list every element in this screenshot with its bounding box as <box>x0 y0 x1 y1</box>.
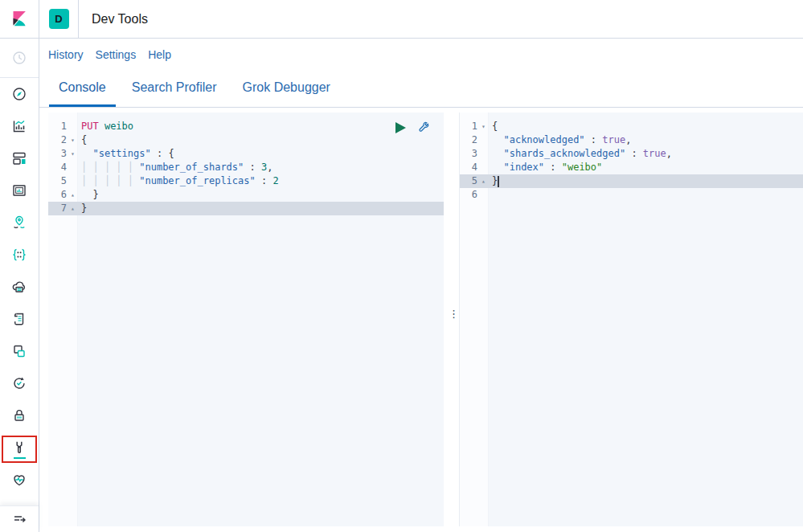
code-text: PUT weibo <box>78 120 133 133</box>
line-number: 4 <box>48 161 68 174</box>
lock-icon <box>11 407 27 424</box>
heartbeat-icon <box>11 472 27 488</box>
code-line-6[interactable]: 6 <box>460 188 803 202</box>
kibana-logo-icon <box>11 9 27 30</box>
sidebar-item-recently-viewed[interactable] <box>11 42 27 74</box>
sidebar-item-maps[interactable] <box>0 207 39 239</box>
sidebar-item-machine-learning[interactable] <box>0 239 39 271</box>
line-number: 1 <box>460 120 478 133</box>
code-text: { <box>78 133 87 147</box>
page-title: Dev Tools <box>79 0 148 38</box>
drag-dots-icon: ⋮ <box>449 311 459 317</box>
sidebar-item-visualize[interactable] <box>0 110 39 142</box>
code-text: "acknowledged" : true, <box>489 133 631 147</box>
line-number: 5 <box>460 174 478 188</box>
code-line-7[interactable]: 7▴} <box>48 202 444 215</box>
code-line-3[interactable]: 3 "shards_acknowledged" : true, <box>460 147 803 161</box>
editor-resize-handle[interactable]: ⋮ <box>444 113 460 526</box>
sidebar-item-metrics[interactable] <box>0 271 39 303</box>
clock-icon <box>11 50 27 66</box>
code-text <box>489 188 492 202</box>
app-navigation-sidebar <box>0 39 39 532</box>
dev-tools-main: History Settings Help Console Search Pro… <box>39 39 803 532</box>
line-number: 6 <box>460 188 478 202</box>
fold-toggle-icon[interactable]: ▴ <box>68 188 78 202</box>
dashboard-icon <box>11 150 27 166</box>
sidebar-item-apm[interactable] <box>0 335 39 367</box>
code-line-2[interactable]: 2 "acknowledged" : true, <box>460 133 803 147</box>
fold-spacer <box>68 120 78 133</box>
line-number: 7 <box>48 202 68 215</box>
fold-spacer <box>68 174 78 188</box>
history-menu-link[interactable]: History <box>48 48 84 61</box>
line-number: 6 <box>48 188 68 202</box>
collapse-navigation-button[interactable] <box>0 505 39 532</box>
request-code-lines[interactable]: 1PUT weibo2▾{3▾ "settings" : {4│ │ │ │ │… <box>48 113 444 215</box>
sidebar-item-stack-monitoring[interactable] <box>0 464 39 496</box>
console-editors: 1PUT weibo2▾{3▾ "settings" : {4│ │ │ │ │… <box>48 113 803 526</box>
line-number: 1 <box>48 120 68 133</box>
code-line-4[interactable]: 4 "index" : "weibo" <box>460 161 803 174</box>
request-editor[interactable]: 1PUT weibo2▾{3▾ "settings" : {4│ │ │ │ │… <box>48 113 444 526</box>
line-number: 4 <box>460 161 478 174</box>
fold-spacer <box>478 147 489 161</box>
dev-tools-tabs: Console Search Profiler Grok Debugger <box>39 71 803 108</box>
fold-toggle-icon[interactable]: ▴ <box>478 174 489 188</box>
code-text: "settings" : { <box>78 147 174 161</box>
bar-chart-icon <box>11 118 27 134</box>
code-line-1[interactable]: 1PUT weibo <box>48 120 444 133</box>
code-text: } <box>78 188 99 202</box>
line-number: 2 <box>460 133 478 147</box>
top-chrome-bar: D Dev Tools <box>0 0 803 39</box>
fold-spacer <box>68 161 78 174</box>
tab-console[interactable]: Console <box>49 71 116 107</box>
fold-toggle-icon[interactable]: ▾ <box>68 133 78 147</box>
fold-spacer <box>478 188 489 202</box>
compass-icon <box>11 86 27 102</box>
line-number: 2 <box>48 133 68 147</box>
fold-spacer <box>478 133 489 147</box>
code-line-4[interactable]: 4│ │ │ │ │ "number_of_shards" : 3, <box>48 161 444 174</box>
active-app-indicator <box>14 457 26 459</box>
sidebar-item-siem[interactable] <box>0 399 39 432</box>
code-line-2[interactable]: 2▾{ <box>48 133 444 147</box>
console-menu-bar: History Settings Help <box>39 39 803 71</box>
line-number: 3 <box>460 147 478 161</box>
code-text: "index" : "weibo" <box>489 161 602 174</box>
code-line-5[interactable]: 5│ │ │ │ │ "number_of_replicas" : 2 <box>48 174 444 188</box>
response-editor[interactable]: 1▾{2 "acknowledged" : true,3 "shards_ack… <box>460 113 803 526</box>
cloud-server-icon <box>11 279 27 295</box>
sidebar-item-dev-tools[interactable] <box>0 432 39 464</box>
sidebar-item-discover[interactable] <box>0 78 39 110</box>
code-line-5[interactable]: 5▴} <box>460 174 803 188</box>
code-text: { <box>489 120 498 133</box>
fold-spacer <box>478 161 489 174</box>
code-line-3[interactable]: 3▾ "settings" : { <box>48 147 444 161</box>
kibana-home-button[interactable] <box>0 0 39 38</box>
fold-toggle-icon[interactable]: ▾ <box>478 120 489 133</box>
code-text: "shards_acknowledged" : true, <box>489 147 672 161</box>
fold-toggle-icon[interactable]: ▾ <box>68 147 78 161</box>
wrench-icon <box>11 440 27 456</box>
request-options-wrench-icon[interactable] <box>417 121 431 134</box>
sidebar-item-dashboard[interactable] <box>0 142 39 174</box>
help-menu-link[interactable]: Help <box>148 48 171 61</box>
response-code-lines[interactable]: 1▾{2 "acknowledged" : true,3 "shards_ack… <box>460 113 803 202</box>
settings-menu-link[interactable]: Settings <box>96 48 137 61</box>
code-line-6[interactable]: 6▴ } <box>48 188 444 202</box>
sidebar-item-canvas[interactable] <box>0 174 39 207</box>
text-cursor <box>498 176 499 187</box>
send-request-button[interactable] <box>395 121 407 134</box>
sidebar-item-logs[interactable] <box>0 303 39 335</box>
line-number: 5 <box>48 174 68 188</box>
sidebar-item-uptime[interactable] <box>0 367 39 399</box>
uptime-check-icon <box>11 375 27 391</box>
space-badge: D <box>49 9 69 29</box>
map-pin-icon <box>11 215 27 231</box>
space-selector-button[interactable]: D <box>39 0 79 38</box>
tab-search-profiler[interactable]: Search Profiler <box>122 71 227 107</box>
code-line-1[interactable]: 1▾{ <box>460 120 803 133</box>
tab-grok-debugger[interactable]: Grok Debugger <box>233 71 340 107</box>
fold-toggle-icon[interactable]: ▴ <box>68 202 78 215</box>
line-number: 3 <box>48 147 68 161</box>
